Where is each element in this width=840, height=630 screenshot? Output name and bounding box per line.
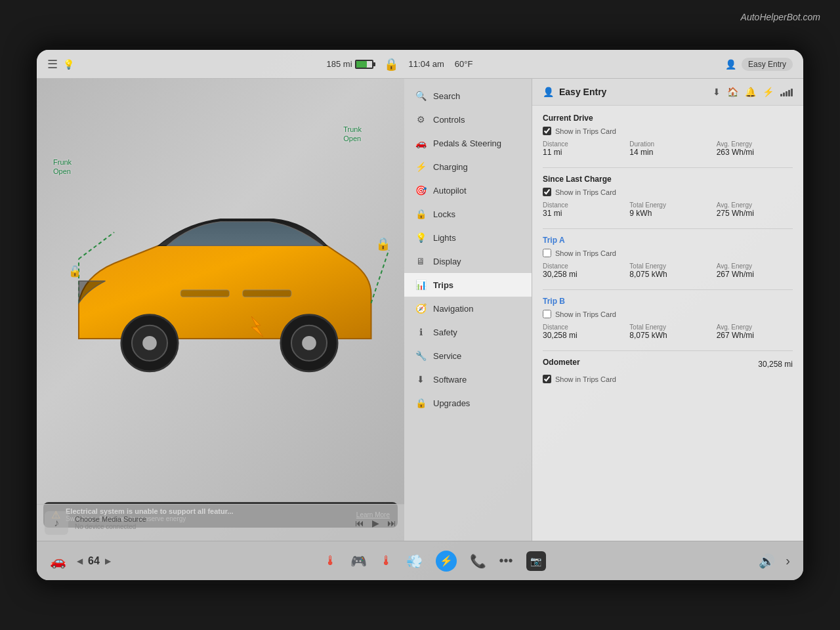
car-button[interactable]: 🚗 <box>50 553 66 569</box>
trip-a-section: Trip A Show in Trips Card Distance 30,25… <box>543 236 793 279</box>
easy-entry-badge[interactable]: Easy Entry <box>742 58 793 71</box>
trip-b-link[interactable]: Trip B <box>543 297 793 306</box>
divider-2 <box>543 228 793 229</box>
detail-content: Current Drive Show in Trips Card Distanc… <box>532 106 803 402</box>
trip-b-checkbox[interactable] <box>543 310 551 318</box>
locks-icon: 🔒 <box>415 209 427 219</box>
trunk-label: TrunkOpen <box>343 125 362 144</box>
speed-decrease[interactable]: ◀ <box>77 556 83 566</box>
menu-item-navigation[interactable]: 🧭 Navigation <box>404 297 532 320</box>
trip-a-energy: Total Energy 8,075 kWh <box>629 262 705 279</box>
trip-b-distance: Distance 30,258 mi <box>543 324 619 340</box>
since-last-charge-checkbox[interactable] <box>543 188 551 196</box>
menu-item-safety[interactable]: ℹ Safety <box>404 320 532 344</box>
menu-item-display[interactable]: 🖥 Display <box>404 249 532 273</box>
divider-4 <box>543 350 793 351</box>
svg-point-2 <box>142 336 157 350</box>
last-charge-distance: Distance 31 mi <box>543 201 619 218</box>
controls-label: Controls <box>433 115 465 125</box>
odometer-checkbox[interactable] <box>543 375 551 383</box>
detail-panel: 👤 Easy Entry ⬇ 🏠 🔔 ⚡ <box>532 79 803 541</box>
play-button[interactable]: ▶ <box>372 518 379 528</box>
current-drive-distance: Distance 11 mi <box>543 140 619 157</box>
detail-header-title: 👤 Easy Entry <box>543 87 606 97</box>
navigation-label: Navigation <box>433 304 473 314</box>
svg-line-8 <box>371 250 389 303</box>
media-controls: ⏮ ▶ ⏭ <box>355 518 396 528</box>
menu-item-charging[interactable]: ⚡ Charging <box>404 155 532 178</box>
detail-header: 👤 Easy Entry ⬇ 🏠 🔔 ⚡ <box>532 79 803 106</box>
menu-panel: 🔍 Search ⚙ Controls 🚗 Pedals & Steering … <box>404 79 532 541</box>
trip-b-energy: Total Energy 8,075 kWh <box>629 324 705 340</box>
lights-label: Lights <box>433 233 456 243</box>
seat-heat-right-button[interactable]: 🌡 <box>380 553 393 568</box>
frunk-label: FrunkOpen <box>53 158 72 177</box>
media-source-icon: ♪ <box>45 511 68 535</box>
bluetooth-button[interactable]: ⚡ <box>436 551 457 572</box>
current-drive-checkbox[interactable] <box>543 127 551 135</box>
fan-button[interactable]: 💨 <box>406 553 423 569</box>
profile-icon: 👤 <box>725 59 736 70</box>
seat-heat-left-button[interactable]: 🌡 <box>324 553 337 568</box>
media-info: Choose Media Source No device connected <box>75 515 348 530</box>
battery-icon <box>355 60 373 69</box>
car-graphic: 🔒 🔓 <box>43 118 398 488</box>
next-track-button[interactable]: ⏭ <box>387 518 396 528</box>
display-label: Display <box>433 257 461 266</box>
speed-value: 64 <box>88 555 100 567</box>
status-right: 👤 Easy Entry <box>725 58 793 71</box>
menu-item-search[interactable]: 🔍 Search <box>404 84 532 108</box>
trip-a-link[interactable]: Trip A <box>543 236 793 245</box>
svg-text:🔒: 🔒 <box>375 236 391 251</box>
prev-track-button[interactable]: ⏮ <box>355 518 364 528</box>
taskbar-right: 🔊 › <box>759 553 790 569</box>
trip-b-section: Trip B Show in Trips Card Distance 30,25… <box>543 297 793 340</box>
volume-icon: 🔊 <box>759 553 775 569</box>
camera-button[interactable]: 📷 <box>526 551 546 571</box>
current-drive-section: Current Drive Show in Trips Card Distanc… <box>543 114 793 157</box>
pedals-label: Pedals & Steering <box>433 138 501 148</box>
odometer-show-label: Show in Trips Card <box>555 375 616 383</box>
more-button[interactable]: ••• <box>499 553 513 568</box>
autopilot-icon: 🎯 <box>415 185 427 196</box>
menu-item-service[interactable]: 🔧 Service <box>404 344 532 368</box>
trip-a-checkbox-row: Show in Trips Card <box>543 249 793 257</box>
header-icons: ⬇ 🏠 🔔 ⚡ <box>713 87 793 97</box>
menu-item-autopilot[interactable]: 🎯 Autopilot <box>404 178 532 202</box>
menu-item-pedals[interactable]: 🚗 Pedals & Steering <box>404 131 532 155</box>
search-label: Search <box>433 91 460 101</box>
speed-increase[interactable]: ▶ <box>105 556 111 566</box>
car-image-area: 🔒 🔓 FrunkOpen TrunkOpen <box>43 118 398 488</box>
more-right-button[interactable]: › <box>786 553 790 568</box>
menu-icon-left[interactable]: ☰ <box>47 57 58 72</box>
charging-label: Charging <box>433 162 468 172</box>
last-charge-energy: Total Energy 9 kWh <box>629 201 705 218</box>
trip-b-avg-energy: Avg. Energy 267 Wh/mi <box>717 324 793 340</box>
trip-a-show-label: Show in Trips Card <box>555 249 616 257</box>
menu-item-trips[interactable]: 📊 Trips <box>404 273 532 297</box>
menu-item-controls[interactable]: ⚙ Controls <box>404 108 532 131</box>
signal-bars <box>780 87 793 96</box>
taskbar-left: 🚗 ◀ 64 ▶ <box>50 553 111 569</box>
menu-item-software[interactable]: ⬇ Software <box>404 368 532 391</box>
trip-a-checkbox[interactable] <box>543 249 551 257</box>
since-last-charge-stats: Distance 31 mi Total Energy 9 kWh Avg. E… <box>543 201 793 218</box>
time-display: 11:04 am <box>409 59 444 69</box>
trip-a-stats: Distance 30,258 mi Total Energy 8,075 kW… <box>543 262 793 279</box>
menu-item-upgrades[interactable]: 🔒 Upgrades <box>404 391 532 415</box>
signal-bar-1 <box>780 94 782 96</box>
menu-item-lights[interactable]: 💡 Lights <box>404 226 532 249</box>
since-last-charge-title: Since Last Charge <box>543 175 793 184</box>
menu-item-locks[interactable]: 🔒 Locks <box>404 202 532 226</box>
upgrades-label: Upgrades <box>433 398 470 408</box>
steering-wheel-button[interactable]: 🎮 <box>350 553 367 569</box>
locks-label: Locks <box>433 209 455 219</box>
trip-a-distance: Distance 30,258 mi <box>543 262 619 279</box>
screen: ☰ 💡 185 mi 🔒 11:04 am 60°F 👤 Easy Entry <box>33 46 807 584</box>
svg-rect-9 <box>180 290 229 297</box>
controls-icon: ⚙ <box>415 114 427 125</box>
charging-icon: ⚡ <box>415 161 427 172</box>
phone-button[interactable]: 📞 <box>470 553 486 569</box>
taskbar-center: 🌡 🎮 🌡 💨 ⚡ 📞 ••• 📷 <box>324 551 546 572</box>
signal-bar-4 <box>788 90 790 96</box>
